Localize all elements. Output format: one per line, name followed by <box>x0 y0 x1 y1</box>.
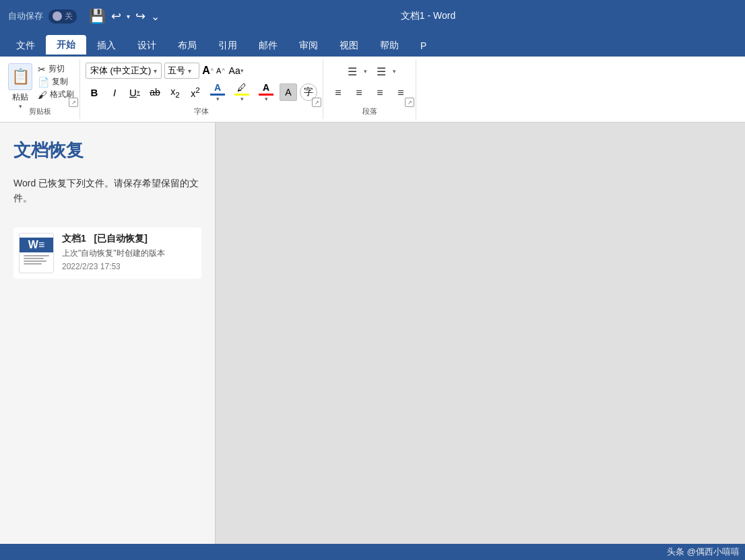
recovery-item-name: 文档1 [已自动恢复] <box>62 233 196 245</box>
watermark-text: 头条 @偶西小嘻嘻 <box>667 546 740 558</box>
case-change-arrow: ▾ <box>240 67 244 74</box>
title-bar: 自动保存 关 💾 ↩ ▾ ↪ ⌄ 文档1 - Word <box>0 0 745 32</box>
paragraph-group-label: 段落 <box>323 106 416 116</box>
clipboard-group: 📋 粘贴 ▾ ✂ 剪切 📄 复制 🖌 格式刷 剪贴板 ↗ <box>0 59 80 119</box>
tab-insert[interactable]: 插入 <box>86 35 127 57</box>
paste-button[interactable]: 📋 粘贴 ▾ <box>5 62 35 111</box>
title-bar-left: 自动保存 关 💾 ↩ ▾ ↪ ⌄ <box>8 8 160 24</box>
format-painter-icon: 🖌 <box>38 90 47 100</box>
font-grow-button[interactable]: A ^ <box>202 65 214 77</box>
list-bullet-button[interactable]: ☰ <box>343 62 362 81</box>
text-color-button[interactable]: A ▾ <box>255 82 277 102</box>
strikethrough-label: ab <box>150 87 160 98</box>
text-color-arrow[interactable]: ▾ <box>265 96 268 102</box>
recovery-description: Word 已恢复下列文件。请保存希望保留的文件。 <box>13 176 201 206</box>
align-right-button[interactable]: ≡ <box>370 83 389 102</box>
autosave-state: 关 <box>65 11 73 22</box>
toggle-circle <box>53 11 62 21</box>
highlight-icon: 🖊 <box>237 82 247 93</box>
recovery-item[interactable]: W≡ 文档1 [已自动恢复] 上次"自动恢复"时创建的版本 2022/2/23 … <box>13 228 201 279</box>
font-expand-button[interactable]: ↗ <box>312 98 321 107</box>
phonetic-label: 字 <box>304 86 313 98</box>
underline-dropdown[interactable]: ▾ <box>137 89 140 96</box>
save-icon[interactable]: 💾 <box>89 8 106 24</box>
font-name-selector[interactable]: 宋体 (中文正文) ▾ <box>86 63 162 79</box>
tab-view[interactable]: 视图 <box>329 35 369 57</box>
paste-label: 粘贴 <box>12 92 28 103</box>
tab-more[interactable]: P <box>410 35 437 57</box>
font-shrink-icon: A <box>216 67 221 75</box>
tab-design[interactable]: 设计 <box>127 35 167 57</box>
status-bar: 头条 @偶西小嘻嘻 <box>0 544 745 560</box>
font-grow-arrow: ^ <box>211 67 214 74</box>
font-name-value: 宋体 (中文正文) <box>90 65 151 77</box>
tab-layout[interactable]: 布局 <box>167 35 207 57</box>
list-number-button[interactable]: ☰ <box>372 62 391 81</box>
word-icon-lines <box>20 252 53 269</box>
font-shrink-button[interactable]: A ^ <box>216 67 225 75</box>
document-content[interactable] <box>216 123 745 544</box>
highlight-color-button[interactable]: 🖊 ▾ <box>231 82 253 102</box>
cut-label: 剪切 <box>48 63 65 75</box>
recovery-item-subtitle: 上次"自动恢复"时创建的版本 <box>62 248 196 259</box>
cut-icon: ✂ <box>38 64 46 75</box>
para-row1: ☰ ▾ ☰ ▾ <box>343 62 396 81</box>
case-change-button[interactable]: Aa ▾ <box>228 62 245 79</box>
window-title: 文档1 - Word <box>401 10 455 22</box>
bold-button[interactable]: B <box>86 83 103 101</box>
ribbon-tabs: 文件 开始 插入 设计 布局 引用 邮件 审阅 视图 帮助 P <box>0 32 745 57</box>
text-color-label: A <box>263 82 269 93</box>
word-icon-top: W≡ <box>20 238 53 252</box>
clipboard-label: 剪贴板 <box>0 106 79 116</box>
font-row2: B I U ▾ ab x2 x2 A ▾ <box>86 82 317 102</box>
font-size-selector[interactable]: 五号 ▾ <box>164 63 199 79</box>
recovery-item-info: 文档1 [已自动恢复] 上次"自动恢复"时创建的版本 2022/2/23 17:… <box>62 233 196 271</box>
font-color-arrow[interactable]: ▾ <box>216 96 220 102</box>
italic-button[interactable]: I <box>106 83 123 101</box>
highlight-arrow[interactable]: ▾ <box>240 96 244 102</box>
recovery-title: 文档恢复 <box>13 139 201 162</box>
copy-icon: 📄 <box>38 77 49 88</box>
paragraph-expand-button[interactable]: ↗ <box>405 98 414 107</box>
cut-button[interactable]: ✂ 剪切 <box>38 63 74 75</box>
more-icon[interactable]: ⌄ <box>151 10 160 23</box>
clipboard-expand-button[interactable]: ↗ <box>69 98 78 107</box>
clear-format-button[interactable]: A <box>280 83 297 101</box>
autosave-toggle[interactable]: 关 <box>48 9 77 24</box>
align-center-button[interactable]: ≡ <box>350 83 368 102</box>
list-number-arrow[interactable]: ▾ <box>393 68 396 75</box>
subscript-label: x2 <box>170 86 179 99</box>
autosave-label: 自动保存 <box>8 10 43 22</box>
para-row2: ≡ ≡ ≡ ≡ <box>329 83 410 102</box>
undo-icon[interactable]: ↩ <box>111 9 121 24</box>
tab-review[interactable]: 审阅 <box>288 35 329 57</box>
tab-home[interactable]: 开始 <box>46 35 86 57</box>
undo-dropdown-icon[interactable]: ▾ <box>127 13 130 20</box>
font-size-arrow: ▾ <box>188 67 191 75</box>
align-left-button[interactable]: ≡ <box>329 83 348 102</box>
underline-label: U <box>129 87 137 98</box>
superscript-button[interactable]: x2 <box>187 83 204 101</box>
list-bullet-arrow[interactable]: ▾ <box>364 68 367 75</box>
tab-file[interactable]: 文件 <box>5 35 46 57</box>
font-grow-icon: A <box>202 65 210 77</box>
copy-label: 复制 <box>52 76 68 88</box>
strikethrough-button[interactable]: ab <box>146 83 164 101</box>
word-doc-icon: W≡ <box>19 233 54 273</box>
copy-button[interactable]: 📄 复制 <box>38 76 74 88</box>
tab-references[interactable]: 引用 <box>207 35 248 57</box>
font-name-arrow: ▾ <box>154 67 157 75</box>
redo-icon[interactable]: ↪ <box>135 9 145 24</box>
font-shrink-arrow: ^ <box>222 67 224 74</box>
subscript-button[interactable]: x2 <box>166 83 184 101</box>
font-color-label: A <box>214 82 221 93</box>
font-row1: 宋体 (中文正文) ▾ 五号 ▾ A ^ A ^ Aa ▾ <box>86 62 245 79</box>
superscript-label: x2 <box>191 85 199 99</box>
paste-icon: 📋 <box>8 63 32 90</box>
font-color-button[interactable]: A ▾ <box>207 82 228 102</box>
font-group-label: 字体 <box>80 106 323 116</box>
tab-mailing[interactable]: 邮件 <box>248 35 288 57</box>
recovery-item-badge: [已自动恢复] <box>94 233 147 244</box>
tab-help[interactable]: 帮助 <box>369 35 410 57</box>
underline-button[interactable]: U ▾ <box>126 83 143 101</box>
